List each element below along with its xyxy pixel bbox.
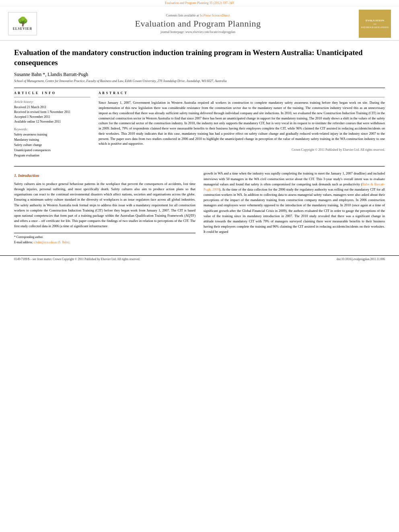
journal-homepage: journal homepage: www.elsevier.com/locat… xyxy=(37,30,359,34)
footnote-email: E-mail address: s.bahn@ecu.edu.au (S. Ba… xyxy=(14,240,195,245)
elsevier-wordmark: ELSEVIER xyxy=(13,27,32,31)
homepage-text: journal homepage: www.elsevier.com/locat… xyxy=(160,30,235,34)
abstract-header: A B S T R A C T xyxy=(99,91,385,95)
footnote-email-address[interactable]: s.bahn@ecu.edu.au (S. Bahn). xyxy=(34,240,70,244)
authors: Susanne Bahn *, Llandis Barratt-Pugh xyxy=(14,72,385,78)
page: Evaluation and Program Planning 35 (2012… xyxy=(0,0,399,532)
journal-title: Evaluation and Program Planning xyxy=(37,18,359,29)
footnote-star: * Corresponding author. xyxy=(14,235,195,240)
keyword-2: Mandatory training xyxy=(14,138,90,143)
header-center: Contents lists available at SciVerse Sci… xyxy=(37,14,359,34)
keyword-5: Program evaluation xyxy=(14,153,90,158)
affiliation: School of Management, Centre for Innovat… xyxy=(14,79,385,83)
elsevier-tree-icon: 🌳 xyxy=(17,17,28,26)
keyword-4: Unanticipated consequences xyxy=(14,148,90,153)
badge-subtitle: and PROGRAM PLANNING xyxy=(361,26,389,29)
history-label: Article history: xyxy=(14,100,90,104)
journal-badge: EVALUATION and and PROGRAM PLANNING xyxy=(359,10,391,38)
footer-doi: doi:10.1016/j.evalprogplan.2011.11.006 xyxy=(337,257,385,261)
abstract-col: A B S T R A C T Since January 1, 2007, G… xyxy=(99,91,385,161)
keywords-label: Keywords: xyxy=(14,127,90,131)
footnote-email-label: E-mail address: xyxy=(14,240,33,244)
citation-line: Evaluation and Program Planning 35 (2012… xyxy=(0,0,399,6)
body-col-right: growth in WA and a time when the industr… xyxy=(204,171,385,245)
abstract-divider xyxy=(99,97,385,98)
badge-title: EVALUATION xyxy=(366,19,384,22)
copyright-line: Crown Copyright © 2011 Published by Else… xyxy=(99,148,385,152)
sciverse-text: Contents lists available at xyxy=(166,14,199,17)
article-info-col: A R T I C L E I N F O Article history: R… xyxy=(14,91,90,161)
article-history: Article history: Received 21 March 2011 … xyxy=(14,100,90,124)
section-title-text: Introduction xyxy=(18,173,39,178)
sciverse-link[interactable]: SciVerse ScienceDirect xyxy=(200,14,230,17)
footer-issn: 0149-7189/$ – see front matter. Crown Co… xyxy=(14,257,140,261)
accepted-date: Accepted 1 November 2011 xyxy=(14,115,90,119)
keyword-1: Safety awareness training xyxy=(14,132,90,138)
header-left: 🌳 ELSEVIER xyxy=(8,12,37,35)
badge-and: and xyxy=(373,23,376,25)
available-date: Available online 12 November 2011 xyxy=(14,119,90,124)
bahn-ref[interactable]: Bahn & Barratt-Pugh, 2009 xyxy=(204,182,385,191)
info-divider xyxy=(14,97,90,98)
divider-top xyxy=(14,88,385,88)
keyword-3: Safety culture change xyxy=(14,143,90,148)
journal-header: 🌳 ELSEVIER Contents lists available at S… xyxy=(0,6,399,41)
revised-date: Received in revised form 1 November 2011 xyxy=(14,110,90,115)
intro-para-2: growth in WA and a time when the industr… xyxy=(204,171,385,234)
body-divider xyxy=(14,166,385,167)
elsevier-logo: 🌳 ELSEVIER xyxy=(8,12,37,35)
article-title: Evaluation of the mandatory construction… xyxy=(14,48,385,68)
sciverse-line: Contents lists available at SciVerse Sci… xyxy=(37,14,359,17)
intro-section-title: 1. Introduction xyxy=(14,173,195,179)
received-date: Received 21 March 2011 xyxy=(14,105,90,110)
section-number: 1. xyxy=(14,173,17,178)
article-content: Evaluation of the mandatory construction… xyxy=(0,41,399,251)
article-info-header: A R T I C L E I N F O xyxy=(14,91,90,95)
keywords-section: Keywords: Safety awareness training Mand… xyxy=(14,127,90,158)
body-col-left: 1. Introduction Safety cultures aim to p… xyxy=(14,171,195,245)
author-names: Susanne Bahn *, Llandis Barratt-Pugh xyxy=(14,72,88,77)
footnote-area: * Corresponding author. E-mail address: … xyxy=(14,233,195,244)
citation-text: Evaluation and Program Planning 35 (2012… xyxy=(165,1,234,5)
footer-bar: 0149-7189/$ – see front matter. Crown Co… xyxy=(0,255,399,263)
abstract-text: Since January 1, 2007, Government legisl… xyxy=(99,100,385,146)
article-info-abstract: A R T I C L E I N F O Article history: R… xyxy=(14,91,385,161)
intro-para-1: Safety cultures aim to produce general b… xyxy=(14,181,195,229)
body-content: 1. Introduction Safety cultures aim to p… xyxy=(14,171,385,245)
